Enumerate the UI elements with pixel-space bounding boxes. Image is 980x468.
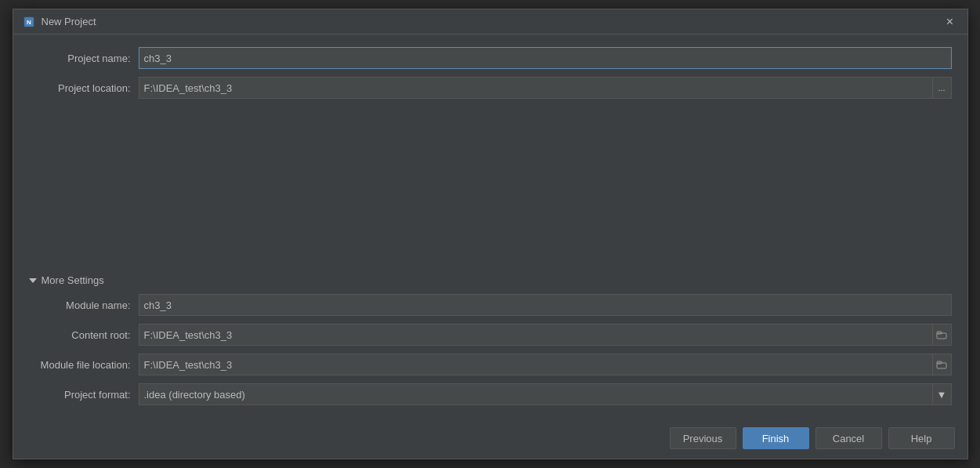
help-button[interactable]: Help [888, 427, 955, 449]
content-root-input-wrap [139, 324, 952, 346]
module-file-location-input[interactable] [139, 354, 933, 375]
project-format-select[interactable]: .idea (directory based) .ipr (file based… [139, 383, 933, 405]
project-format-select-wrap: .idea (directory based) .ipr (file based… [139, 383, 952, 405]
content-root-label: Content root: [29, 329, 139, 341]
project-name-row: Project name: [29, 47, 952, 69]
project-location-label: Project location: [29, 82, 139, 94]
project-format-dropdown-arrow: ▼ [933, 383, 952, 405]
content-root-browse-button[interactable] [933, 324, 952, 346]
more-settings-header[interactable]: More Settings [29, 274, 952, 286]
new-project-dialog: N New Project × Project name: Project lo… [13, 9, 968, 459]
content-root-input[interactable] [139, 324, 933, 346]
project-name-input[interactable] [139, 47, 952, 69]
finish-button[interactable]: Finish [743, 427, 809, 449]
cancel-button[interactable]: Cancel [815, 427, 882, 449]
spacer [29, 107, 952, 274]
project-name-label: Project name: [29, 53, 139, 64]
expand-icon [29, 278, 37, 283]
project-format-row: Project format: .idea (directory based) … [29, 383, 952, 405]
module-file-location-label: Module file location: [29, 359, 139, 371]
content-root-row: Content root: [29, 324, 952, 346]
more-settings-label: More Settings [42, 274, 104, 286]
module-name-row: Module name: [29, 294, 952, 316]
more-settings-section: More Settings Module name: Content root: [29, 274, 952, 413]
project-location-input-wrap: ... [139, 77, 952, 99]
dialog-icon: N [23, 16, 35, 28]
project-location-input[interactable] [139, 77, 933, 99]
project-format-label: Project format: [29, 389, 139, 401]
title-bar-left: N New Project [23, 16, 96, 28]
module-file-location-row: Module file location: [29, 354, 952, 375]
module-file-location-input-wrap [139, 354, 952, 375]
project-name-input-wrap [139, 47, 952, 69]
dialog-footer: Previous Finish Cancel Help [13, 421, 967, 459]
project-location-browse-button[interactable]: ... [933, 77, 952, 99]
dialog-content: Project name: Project location: ... More… [13, 34, 967, 421]
previous-button[interactable]: Previous [670, 427, 736, 449]
module-name-input-wrap [139, 294, 952, 316]
title-bar: N New Project × [13, 9, 967, 34]
module-file-location-browse-button[interactable] [933, 354, 952, 375]
svg-text:N: N [27, 19, 31, 26]
module-name-label: Module name: [29, 299, 139, 311]
project-location-row: Project location: ... [29, 77, 952, 99]
close-button[interactable]: × [942, 14, 958, 30]
module-name-input[interactable] [139, 294, 952, 316]
more-settings-content: Module name: Content root: [29, 294, 952, 405]
dialog-title: New Project [42, 16, 96, 27]
